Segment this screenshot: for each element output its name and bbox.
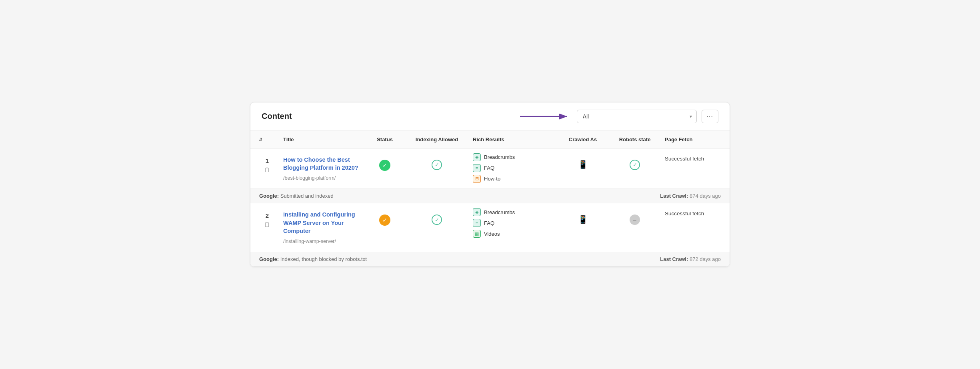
row-footer-2: Google: Indexed, though blocked by robot… (250, 252, 730, 266)
col-robots: Robots state (609, 131, 661, 148)
table-row: 2 🗒 Installing and Configuring WAMP Serv… (250, 203, 730, 252)
cell-crawled-2: 📱 (557, 203, 609, 231)
google-label-2: Google: (259, 256, 279, 262)
row-number: 2 (266, 212, 269, 219)
cell-indexing-1: ✓ (405, 148, 469, 177)
rich-item: ▦ Videos (473, 230, 553, 238)
fetch-status: Successful fetch (665, 211, 704, 217)
rich-label: How-to (484, 176, 500, 182)
cell-robots-2: – (609, 203, 661, 232)
last-crawl-1: Last Crawl: 874 days ago (660, 193, 721, 199)
videos-icon: ▦ (473, 230, 481, 238)
table-row: 1 🗒 How to Choose the Best Blogging Plat… (250, 148, 730, 189)
cell-status-2: ✓ (365, 203, 405, 233)
faq-icon: ≡ (473, 164, 481, 172)
row-number: 1 (266, 157, 269, 164)
cell-title-2: Installing and Configuring WAMP Server o… (279, 203, 365, 252)
cell-crawled-1: 📱 (557, 148, 609, 176)
howto-icon: ⊟ (473, 175, 481, 183)
title-slug-2: /installing-wamp-server/ (283, 239, 336, 244)
card-title: Content (262, 112, 292, 121)
content-card: Content All Indexed Not Index (250, 102, 730, 267)
cell-num-1: 1 🗒 (255, 148, 279, 174)
rich-item: ◈ Breadcrumbs (473, 208, 553, 216)
faq-icon: ≡ (473, 219, 481, 227)
cell-status-1: ✓ (365, 148, 405, 178)
rich-label: Breadcrumbs (484, 154, 515, 160)
indexing-allowed-icon: ✓ (432, 160, 442, 170)
rich-label: FAQ (484, 220, 494, 226)
rich-item: ◈ Breadcrumbs (473, 153, 553, 161)
more-options-button[interactable]: ··· (702, 110, 718, 123)
cell-title-1: How to Choose the Best Blogging Platform… (279, 148, 365, 189)
col-title: Title (279, 131, 365, 148)
google-label-1: Google: (259, 193, 279, 199)
cell-num-2: 2 🗒 (255, 203, 279, 229)
last-crawl-2: Last Crawl: 872 days ago (660, 256, 721, 262)
rich-item: ⊟ How-to (473, 175, 553, 183)
cell-rich-2: ◈ Breadcrumbs ≡ FAQ ▦ Videos (469, 203, 557, 243)
cell-rich-1: ◈ Breadcrumbs ≡ FAQ ⊟ How-to (469, 148, 557, 188)
card-header: Content All Indexed Not Index (250, 102, 730, 131)
rich-item: ≡ FAQ (473, 164, 553, 172)
robots-state-icon: ✓ (630, 160, 640, 170)
title-slug-1: /best-blogging-platform/ (283, 175, 336, 181)
cell-indexing-2: ✓ (405, 203, 469, 232)
row-group-1: 1 🗒 How to Choose the Best Blogging Plat… (250, 148, 730, 204)
rich-item: ≡ FAQ (473, 219, 553, 227)
mobile-icon: 📱 (578, 160, 588, 169)
arrow-icon (520, 110, 572, 122)
col-rich: Rich Results (469, 131, 557, 148)
row-footer-1: Google: Submitted and indexed Last Crawl… (250, 189, 730, 203)
breadcrumbs-icon: ◈ (473, 153, 481, 161)
filter-select-wrap: All Indexed Not Indexed Submitted ▾ (577, 110, 697, 123)
table-header: # Title Status Indexing Allowed Rich Res… (250, 131, 730, 148)
col-crawled: Crawled As (557, 131, 609, 148)
status-green-icon: ✓ (379, 160, 390, 171)
cell-fetch-1: Successful fetch (661, 148, 725, 169)
document-icon: 🗒 (264, 221, 270, 229)
cell-fetch-2: Successful fetch (661, 203, 725, 224)
col-indexing: Indexing Allowed (405, 131, 469, 148)
document-icon: 🗒 (264, 166, 270, 174)
last-crawl-label-2: Last Crawl: (660, 256, 688, 262)
robots-state-gray-icon: – (630, 215, 640, 225)
header-controls: All Indexed Not Indexed Submitted ▾ ··· (520, 110, 718, 123)
col-fetch: Page Fetch (661, 131, 725, 148)
rich-label: FAQ (484, 165, 494, 171)
row-group-2: 2 🗒 Installing and Configuring WAMP Serv… (250, 203, 730, 267)
rich-label: Videos (484, 231, 500, 237)
mobile-icon: 📱 (578, 215, 588, 224)
google-status-2: Google: Indexed, though blocked by robot… (259, 256, 367, 262)
arrow-indicator (520, 110, 572, 122)
last-crawl-label-1: Last Crawl: (660, 193, 688, 199)
breadcrumbs-icon: ◈ (473, 208, 481, 216)
title-link-2[interactable]: Installing and Configuring WAMP Server o… (283, 211, 361, 235)
indexing-allowed-icon: ✓ (432, 215, 442, 225)
rich-label: Breadcrumbs (484, 209, 515, 215)
google-status-1: Google: Submitted and indexed (259, 193, 334, 199)
col-num: # (255, 131, 279, 148)
title-link-1[interactable]: How to Choose the Best Blogging Platform… (283, 156, 361, 172)
status-orange-icon: ✓ (379, 215, 390, 226)
fetch-status: Successful fetch (665, 156, 704, 162)
filter-select[interactable]: All Indexed Not Indexed Submitted (577, 110, 697, 123)
col-status: Status (365, 131, 405, 148)
cell-robots-1: ✓ (609, 148, 661, 177)
